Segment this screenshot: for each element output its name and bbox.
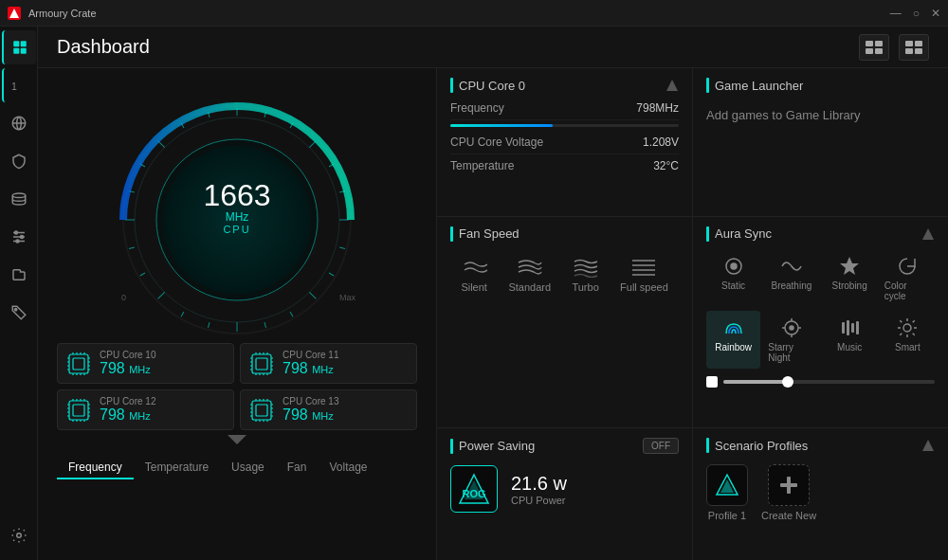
aura-strobing-icon — [838, 255, 861, 278]
sidebar-item-settings[interactable] — [2, 518, 36, 552]
fan-panel-header: Fan Speed — [450, 226, 679, 242]
core-card-12: CPU Core 12 798 MHz — [57, 389, 234, 430]
freq-bar-wrapper — [450, 120, 679, 131]
tab-frequency[interactable]: Frequency — [57, 457, 134, 479]
sidebar-item-home[interactable] — [2, 30, 36, 64]
sidebar-item-shield[interactable] — [2, 144, 36, 178]
slider-fill — [723, 380, 787, 384]
aura-breathing-label: Breathing — [771, 280, 811, 291]
svg-rect-56 — [69, 354, 88, 373]
tab-temperature[interactable]: Temperature — [134, 457, 220, 479]
aura-option-static[interactable]: Static — [706, 249, 760, 307]
sidebar-item-monitor[interactable]: 1 — [2, 68, 36, 102]
game-panel-title: Game Launcher — [715, 79, 803, 93]
scenario-panel-title: Scenario Profiles — [715, 439, 808, 453]
gauge-center: 1663 MHz CPU — [203, 180, 270, 235]
svg-marker-129 — [666, 80, 678, 91]
aura-option-starry-night[interactable]: Starry Night — [764, 311, 818, 369]
cpu-core-icon — [65, 351, 92, 377]
aura-color-cycle-label: Color cycle — [884, 280, 931, 301]
svg-rect-1 — [13, 41, 19, 46]
sidebar-item-network[interactable] — [2, 106, 36, 140]
profile-1-item[interactable]: Profile 1 — [706, 464, 748, 521]
fan-option-full[interactable]: Full speed — [611, 251, 678, 298]
aura-smart-label: Smart — [895, 342, 921, 352]
svg-line-40 — [208, 322, 210, 328]
svg-rect-93 — [73, 405, 84, 416]
power-saving-panel: Power Saving OFF ROG — [437, 428, 692, 560]
power-panel-title: Power Saving — [459, 439, 535, 453]
power-saving-toggle[interactable]: OFF — [643, 438, 679, 454]
core-13-info: CPU Core 13 798 MHz — [283, 396, 338, 424]
panel-menu-icon[interactable] — [665, 79, 679, 92]
scenario-panel-menu-icon[interactable] — [921, 439, 935, 452]
svg-rect-24 — [915, 48, 922, 54]
svg-rect-21 — [905, 41, 913, 46]
aura-static-label: Static — [721, 280, 745, 291]
cpu-panel-header: CPU Core 0 — [450, 78, 679, 93]
plus-icon — [778, 475, 799, 496]
aura-brightness-slider[interactable] — [706, 374, 935, 389]
chevron-down-icon[interactable] — [228, 434, 246, 449]
aura-option-music[interactable]: Music — [823, 311, 877, 369]
svg-marker-137 — [840, 257, 859, 275]
power-stats: 21.6 w CPU Power — [511, 473, 567, 506]
svg-line-36 — [309, 292, 316, 298]
fan-option-silent[interactable]: Silent — [451, 251, 497, 298]
fan-option-full-label: Full speed — [620, 281, 668, 293]
panel-accent — [450, 78, 453, 93]
aura-option-strobing[interactable]: Strobing — [823, 249, 877, 307]
game-panel-title-bar: Game Launcher — [706, 78, 803, 93]
panel-accent — [706, 78, 709, 93]
sidebar-item-tools[interactable] — [2, 258, 36, 292]
aura-static-icon — [722, 255, 745, 278]
create-profile-icon — [768, 464, 810, 506]
create-new-profile-item[interactable]: Create New — [761, 464, 816, 521]
rog-logo-icon: ROG — [458, 473, 490, 505]
slider-track[interactable] — [723, 380, 935, 384]
fan-option-turbo[interactable]: Turbo — [562, 251, 608, 298]
sidebar-item-storage[interactable] — [2, 182, 36, 216]
power-panel-header: Power Saving OFF — [450, 438, 679, 454]
view-toggle-1[interactable] — [859, 34, 889, 61]
left-panel: 0 Max 1663 MHz CPU — [38, 68, 436, 560]
frequency-label: Frequency — [450, 101, 504, 115]
view-toggle-2[interactable] — [899, 34, 929, 61]
svg-rect-111 — [256, 405, 267, 416]
fan-silent-icon — [461, 257, 487, 278]
core-11-info: CPU Core 11 798 MHz — [283, 350, 338, 377]
close-button[interactable]: ✕ — [931, 7, 940, 20]
fan-standard-icon — [517, 257, 543, 278]
panel-accent — [706, 226, 709, 242]
content-area: Dashboard — [38, 27, 948, 560]
tab-fan[interactable]: Fan — [276, 457, 319, 479]
core-11-freq: 798 MHz — [283, 360, 338, 377]
minimize-button[interactable]: — — [890, 7, 902, 20]
core-12-freq: 798 MHz — [100, 406, 155, 424]
cpu-core-icon — [248, 351, 275, 377]
svg-rect-18 — [875, 41, 883, 46]
maximize-button[interactable]: ○ — [913, 7, 920, 20]
sidebar-item-tag[interactable] — [2, 296, 36, 330]
aura-option-rainbow[interactable]: Rainbow — [706, 311, 760, 369]
panel-accent — [450, 439, 453, 454]
fan-option-standard[interactable]: Standard — [499, 251, 560, 298]
gauge-value: 1663 — [203, 180, 270, 210]
aura-panel-menu-icon[interactable] — [921, 227, 935, 241]
core-12-name: CPU Core 12 — [100, 396, 155, 406]
aura-option-color-cycle[interactable]: Color cycle — [881, 249, 935, 307]
sidebar-item-sliders[interactable] — [2, 220, 36, 254]
aura-option-breathing[interactable]: Breathing — [764, 249, 818, 307]
svg-point-139 — [790, 326, 793, 330]
svg-point-12 — [20, 236, 23, 239]
svg-rect-92 — [69, 401, 88, 420]
gauge-unit: MHz — [203, 210, 270, 224]
aura-option-smart[interactable]: Smart — [881, 311, 935, 369]
power-sub-label: CPU Power — [511, 495, 567, 506]
header-actions — [859, 34, 929, 61]
tab-voltage[interactable]: Voltage — [318, 457, 378, 479]
core-grid: CPU Core 10 798 MHz — [38, 343, 436, 430]
tab-usage[interactable]: Usage — [220, 457, 276, 479]
power-content: ROG 21.6 w CPU Power — [450, 465, 679, 513]
fan-option-standard-label: Standard — [508, 281, 551, 293]
